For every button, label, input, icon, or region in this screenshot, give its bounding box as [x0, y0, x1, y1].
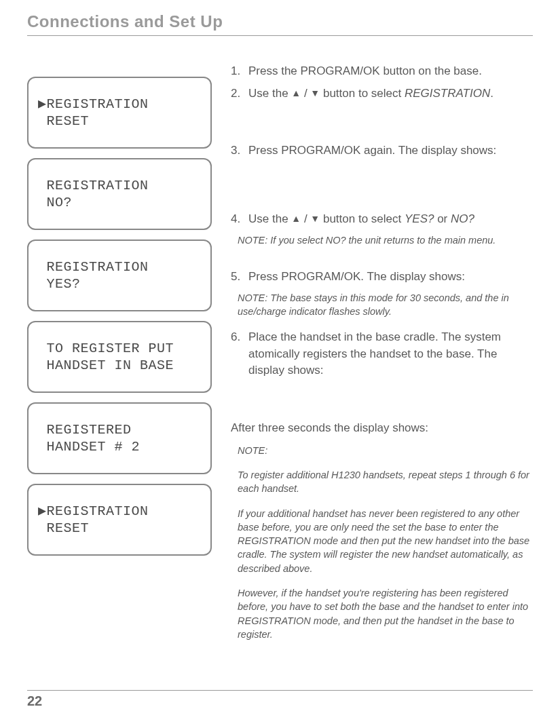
step-text: Press PROGRAM/OK again. The display show…: [248, 142, 533, 159]
lcd-column: ▶REGISTRATION RESET REGISTRATION NO? REG…: [27, 63, 212, 652]
italic-text: REGISTRATION: [405, 87, 490, 100]
step-number: 4.: [231, 211, 248, 228]
note-paragraph: To register additional H1230 handsets, r…: [238, 468, 533, 496]
lcd-line: REGISTRATION: [38, 178, 149, 193]
italic-text: NO?: [451, 212, 474, 225]
step-text: Use the ▲ / ▼ button to select YES? or N…: [248, 211, 533, 228]
paragraph: After three seconds the display shows:: [231, 420, 533, 437]
lcd-line: NO?: [38, 195, 72, 210]
step-4: 4. Use the ▲ / ▼ button to select YES? o…: [231, 211, 533, 228]
page-number: 22: [27, 693, 533, 709]
lcd-line: TO REGISTER PUT: [38, 341, 174, 356]
step-3: 3. Press PROGRAM/OK again. The display s…: [231, 142, 533, 159]
down-arrow-icon: ▼: [310, 88, 320, 98]
note-paragraph: If your additional handset has never bee…: [238, 507, 533, 575]
header-bar: Connections and Set Up: [27, 12, 533, 36]
spacer: [231, 258, 533, 269]
down-arrow-icon: ▼: [310, 213, 320, 224]
lcd-line: ▶REGISTRATION: [38, 503, 149, 519]
lcd-box-4: TO REGISTER PUT HANDSET IN BASE: [27, 321, 212, 393]
step-5: 5. Press PROGRAM/OK. The display shows:: [231, 269, 533, 286]
text-fragment: /: [301, 212, 310, 225]
spacer: [231, 405, 533, 416]
spacer: [231, 200, 533, 211]
text-fragment: button to select: [320, 87, 405, 100]
spacer: [231, 385, 533, 405]
italic-text: YES?: [405, 212, 434, 225]
note-label: NOTE:: [238, 444, 533, 457]
footer: 22: [27, 690, 533, 709]
step-text: Press the PROGRAM/OK button on the base.: [248, 63, 533, 80]
steps-list: 5. Press PROGRAM/OK. The display shows:: [231, 269, 533, 286]
lcd-line: YES?: [38, 276, 81, 292]
lcd-box-1: ▶REGISTRATION RESET: [27, 77, 212, 149]
up-arrow-icon: ▲: [291, 213, 301, 224]
steps-list: 3. Press PROGRAM/OK again. The display s…: [231, 142, 533, 159]
note-text: NOTE: The base stays in this mode for 30…: [238, 291, 533, 319]
text-fragment: Use the: [248, 87, 291, 100]
steps-list: 1. Press the PROGRAM/OK button on the ba…: [231, 63, 533, 102]
text-fragment: .: [490, 87, 493, 100]
text-column: 1. Press the PROGRAM/OK button on the ba…: [231, 63, 533, 652]
step-text: Press PROGRAM/OK. The display shows:: [248, 269, 533, 286]
lcd-line: REGISTRATION: [38, 259, 149, 275]
text-fragment: Use the: [248, 212, 291, 225]
step-number: 6.: [231, 329, 248, 379]
step-text: Use the ▲ / ▼ button to select REGISTRAT…: [248, 85, 533, 102]
lcd-line: RESET: [38, 113, 89, 129]
step-number: 5.: [231, 269, 248, 286]
body-columns: ▶REGISTRATION RESET REGISTRATION NO? REG…: [27, 63, 533, 652]
step-number: 2.: [231, 85, 248, 102]
lcd-box-2: REGISTRATION NO?: [27, 158, 212, 230]
spacer: [231, 165, 533, 200]
note-paragraph: However, if the handset you're registeri…: [238, 586, 533, 641]
steps-list: 4. Use the ▲ / ▼ button to select YES? o…: [231, 211, 533, 228]
page-title: Connections and Set Up: [27, 12, 533, 31]
lcd-line: HANDSET # 2: [38, 439, 140, 455]
note-text: NOTE: If you select NO? the unit returns…: [238, 233, 533, 247]
lcd-line: HANDSET IN BASE: [38, 358, 174, 373]
lcd-line: REGISTERED: [38, 422, 132, 438]
steps-list: 6. Place the handset in the base cradle.…: [231, 329, 533, 379]
spacer: [231, 107, 533, 142]
lcd-box-3: REGISTRATION YES?: [27, 240, 212, 311]
step-2: 2. Use the ▲ / ▼ button to select REGIST…: [231, 85, 533, 102]
lcd-box-5: REGISTERED HANDSET # 2: [27, 402, 212, 474]
text-fragment: button to select: [320, 212, 405, 225]
step-text: Place the handset in the base cradle. Th…: [248, 329, 533, 379]
lcd-line: ▶REGISTRATION: [38, 96, 149, 112]
text-fragment: /: [301, 87, 310, 100]
page: Connections and Set Up ▶REGISTRATION RES…: [0, 0, 560, 728]
step-6: 6. Place the handset in the base cradle.…: [231, 329, 533, 379]
lcd-box-6: ▶REGISTRATION RESET: [27, 484, 212, 556]
step-number: 3.: [231, 142, 248, 159]
text-fragment: or: [434, 212, 451, 225]
up-arrow-icon: ▲: [291, 88, 301, 98]
lcd-line: RESET: [38, 520, 89, 536]
step-number: 1.: [231, 63, 248, 80]
step-1: 1. Press the PROGRAM/OK button on the ba…: [231, 63, 533, 80]
